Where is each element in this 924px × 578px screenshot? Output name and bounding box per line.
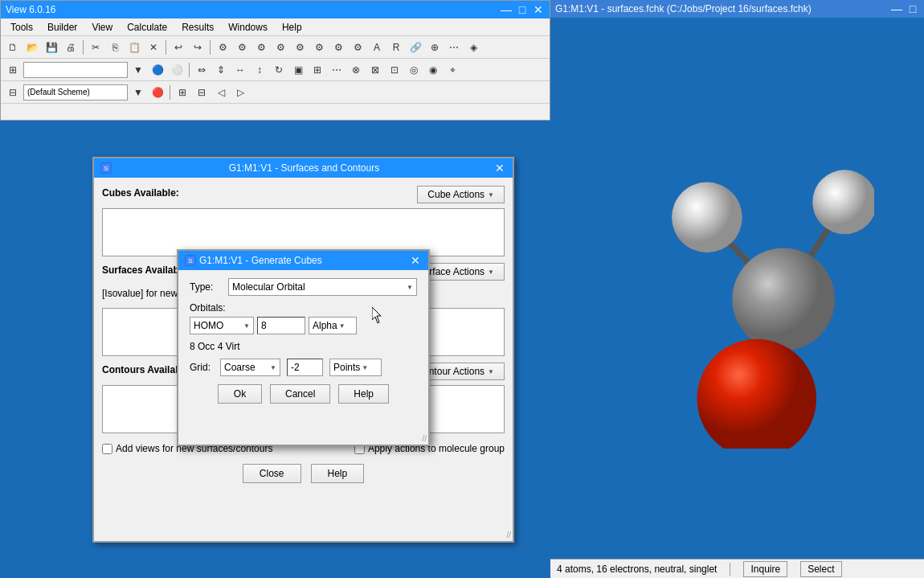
right-panel-controls: — □ (890, 2, 919, 15)
gen-cubes-close-btn[interactable]: ✕ (409, 254, 422, 267)
tb-undo[interactable]: ↩ (170, 39, 187, 56)
gen-cancel-button[interactable]: Cancel (270, 384, 330, 404)
tb-save[interactable]: 💾 (43, 39, 60, 56)
tb-btn-extra2[interactable]: ⚙ (233, 39, 251, 56)
menu-view[interactable]: View (85, 20, 119, 35)
tb-btn-extra10[interactable]: R (387, 39, 405, 56)
molecular-viewer (550, 18, 924, 558)
status-divider-1 (730, 563, 730, 576)
tb-btn-extra14[interactable]: ◈ (464, 39, 482, 56)
tb2-btn-d[interactable]: ⊗ (347, 61, 365, 79)
menu-calculate[interactable]: Calculate (121, 20, 174, 35)
tb2-btn-e[interactable]: ⊠ (366, 61, 384, 79)
cubes-section-row: Cubes Available: Cube Actions ▼ (102, 186, 505, 203)
tb3-icon1[interactable]: 🔴 (149, 84, 166, 101)
svg-point-6 (697, 339, 816, 449)
tb2-arrows2[interactable]: ⇕ (212, 61, 230, 79)
maximize-button[interactable]: □ (516, 3, 529, 16)
menu-builder[interactable]: Builder (41, 20, 84, 35)
main-app-title: View 6.0.16 (6, 4, 56, 15)
right-minimize-btn[interactable]: — (890, 2, 903, 15)
tb3-grid[interactable]: ⊞ (174, 84, 191, 101)
tb-btn-extra1[interactable]: ⚙ (214, 39, 231, 56)
tb2-btn-a[interactable]: ▣ (289, 61, 307, 79)
menu-help[interactable]: Help (276, 20, 309, 35)
tb2-rotate[interactable]: ↻ (270, 61, 288, 79)
tb3-arrow-l[interactable]: ◁ (212, 84, 230, 101)
surfaces-help-button[interactable]: Help (311, 464, 365, 483)
status-text: 4 atoms, 16 electrons, neutral, singlet (557, 564, 717, 575)
tb-btn-extra11[interactable]: 🔗 (407, 39, 424, 56)
tb2-btn1[interactable]: ⊞ (4, 61, 22, 79)
tb-btn-extra12[interactable]: ⊕ (426, 39, 444, 56)
main-title-controls: — □ ✕ (500, 3, 545, 16)
menu-tools[interactable]: Tools (4, 20, 39, 35)
orbital-dropdown-arrow: ▼ (243, 322, 250, 330)
grid-dropdown[interactable]: Coarse ▼ (220, 359, 280, 376)
tb-btn-extra3[interactable]: ⚙ (252, 39, 270, 56)
add-views-checkbox[interactable] (102, 444, 112, 454)
tb-btn-extra8[interactable]: ⚙ (349, 39, 366, 56)
surfaces-close-button[interactable]: Close (243, 464, 301, 483)
tb-redo[interactable]: ↪ (189, 39, 206, 56)
molecule-container (601, 127, 874, 449)
orbital-spin-dropdown[interactable]: Alpha ▼ (309, 317, 357, 334)
tb3-scheme-btn[interactable]: ⊟ (4, 84, 22, 101)
surfaces-dialog-close-btn[interactable]: ✕ (493, 162, 506, 174)
grid-points-dropdown[interactable]: Points ▼ (329, 359, 382, 376)
tb3-grid2[interactable]: ⊟ (193, 84, 211, 101)
tb2-arrows[interactable]: ⇔ (193, 61, 211, 79)
tb-btn-extra9[interactable]: A (368, 39, 386, 56)
tb2-btn-i[interactable]: ⌖ (444, 61, 461, 79)
svg-point-3 (672, 182, 742, 253)
tb-btn-extra13[interactable]: ⋯ (445, 39, 463, 56)
default-scheme-input[interactable]: (Default Scheme) (23, 84, 128, 100)
gen-help-button[interactable]: Help (338, 384, 389, 404)
occ-virt-text: 8 Occ 4 Virt (190, 341, 417, 352)
right-maximize-btn[interactable]: □ (906, 2, 919, 15)
tb2-btn-c[interactable]: ⋯ (328, 61, 345, 79)
tb-open[interactable]: 📂 (23, 39, 41, 56)
close-button[interactable]: ✕ (532, 3, 545, 16)
minimize-button[interactable]: — (500, 3, 513, 16)
tb2-arrows4[interactable]: ↕ (251, 61, 268, 79)
tb2-arrows3[interactable]: ↔ (231, 61, 249, 79)
type-dropdown[interactable]: Molecular Orbital ▼ (228, 278, 417, 296)
tb-btn-extra6[interactable]: ⚙ (310, 39, 328, 56)
tb-btn-extra7[interactable]: ⚙ (329, 39, 347, 56)
gen-cubes-resize-grip[interactable]: // (422, 434, 427, 443)
right-panel-title: G1:M1:V1 - surfaces.fchk (C:/Jobs/Projec… (555, 3, 812, 14)
tb-copy[interactable]: ⎘ (106, 39, 124, 56)
orbital-spin-value: Alpha (313, 320, 337, 331)
tb-btn-extra5[interactable]: ⚙ (291, 39, 309, 56)
orbital-dropdown[interactable]: HOMO ▼ (190, 317, 254, 334)
orbital-number-input[interactable] (257, 317, 305, 334)
menu-results[interactable]: Results (175, 20, 220, 35)
tb2-dropdown[interactable]: ▼ (129, 61, 147, 79)
tb-print[interactable]: 🖨 (62, 39, 80, 56)
tb-btn-extra4[interactable]: ⚙ (272, 39, 289, 56)
gen-ok-button[interactable]: Ok (218, 384, 262, 404)
cube-actions-button[interactable]: Cube Actions ▼ (417, 186, 505, 203)
tb3-arrow-r[interactable]: ▷ (231, 84, 249, 101)
tb-paste[interactable]: 📋 (125, 39, 143, 56)
grid-number-input[interactable] (287, 359, 323, 376)
tb-delete[interactable]: ✕ (145, 39, 162, 56)
tb2-btn-h[interactable]: ◉ (424, 61, 442, 79)
tb-cut[interactable]: ✂ (87, 39, 104, 56)
surfaces-dialog-resize-grip[interactable]: // (506, 531, 511, 539)
tb-new[interactable]: 🗋 (4, 39, 22, 56)
tb2-icon1[interactable]: 🔵 (149, 61, 166, 79)
type-row: Type: Molecular Orbital ▼ (190, 278, 417, 296)
tb3-dropdown[interactable]: ▼ (129, 84, 147, 101)
grid-dropdown-arrow: ▼ (270, 364, 276, 371)
gen-cubes-icon: S (185, 255, 196, 266)
select-button[interactable]: Select (800, 561, 841, 577)
tb2-btn-f[interactable]: ⊡ (386, 61, 403, 79)
inquire-button[interactable]: Inquire (743, 561, 787, 577)
tb2-icon2[interactable]: ⚪ (168, 61, 186, 79)
menu-windows[interactable]: Windows (222, 20, 274, 35)
tb2-btn-g[interactable]: ◎ (405, 61, 423, 79)
tb2-btn-b[interactable]: ⊞ (309, 61, 326, 79)
scheme-input[interactable] (23, 62, 128, 78)
